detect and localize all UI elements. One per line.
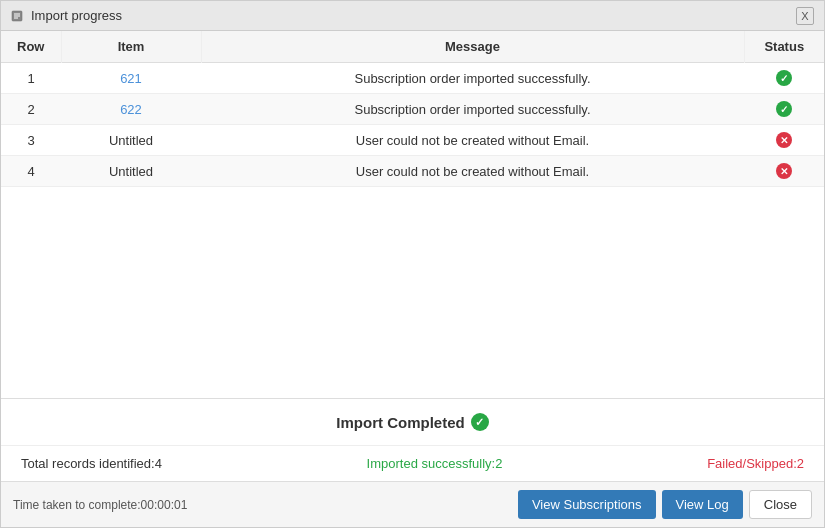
view-subscriptions-button[interactable]: View Subscriptions (518, 490, 656, 519)
cell-message-0: Subscription order imported successfully… (201, 63, 744, 94)
table-area: Row Item Message Status 1621Subscription… (1, 31, 824, 398)
footer-area: Import Completed ✓ Total records identif… (1, 398, 824, 527)
cell-message-3: User could not be created without Email. (201, 156, 744, 187)
error-icon: ✕ (776, 163, 792, 179)
success-icon: ✓ (776, 70, 792, 86)
cell-status-2: ✕ (744, 125, 824, 156)
cell-item-2: Untitled (61, 125, 201, 156)
table-row: 1621Subscription order imported successf… (1, 63, 824, 94)
stats-bar: Total records identified:4 Imported succ… (1, 446, 824, 481)
close-x-button[interactable]: X (796, 7, 814, 25)
import-status-text: Import Completed (336, 414, 464, 431)
table-header-row: Row Item Message Status (1, 31, 824, 63)
cell-row-0: 1 (1, 63, 61, 94)
import-table: Row Item Message Status 1621Subscription… (1, 31, 824, 187)
import-progress-dialog: Import progress X Row Item Message Statu… (0, 0, 825, 528)
col-row: Row (1, 31, 61, 63)
cell-row-3: 4 (1, 156, 61, 187)
stat-failed: Failed/Skipped:2 (707, 456, 804, 471)
import-icon (11, 9, 25, 23)
table-row: 2622Subscription order imported successf… (1, 94, 824, 125)
import-status-bar: Import Completed ✓ (1, 399, 824, 446)
cell-row-1: 2 (1, 94, 61, 125)
dialog-title-area: Import progress (11, 8, 122, 23)
table-row: 4UntitledUser could not be created witho… (1, 156, 824, 187)
col-status: Status (744, 31, 824, 63)
error-icon: ✕ (776, 132, 792, 148)
action-bar: Time taken to complete:00:00:01 View Sub… (1, 481, 824, 527)
cell-message-1: Subscription order imported successfully… (201, 94, 744, 125)
view-log-button[interactable]: View Log (662, 490, 743, 519)
cell-status-3: ✕ (744, 156, 824, 187)
import-complete-icon: ✓ (471, 413, 489, 431)
dialog-header: Import progress X (1, 1, 824, 31)
stat-success: Imported successfully:2 (367, 456, 503, 471)
time-taken: Time taken to complete:00:00:01 (13, 498, 187, 512)
stat-total: Total records identified:4 (21, 456, 162, 471)
close-button[interactable]: Close (749, 490, 812, 519)
cell-item-0[interactable]: 621 (61, 63, 201, 94)
cell-status-0: ✓ (744, 63, 824, 94)
dialog-title: Import progress (31, 8, 122, 23)
col-item: Item (61, 31, 201, 63)
table-row: 3UntitledUser could not be created witho… (1, 125, 824, 156)
cell-item-1[interactable]: 622 (61, 94, 201, 125)
success-icon: ✓ (776, 101, 792, 117)
col-message: Message (201, 31, 744, 63)
cell-item-3: Untitled (61, 156, 201, 187)
cell-message-2: User could not be created without Email. (201, 125, 744, 156)
button-group: View Subscriptions View Log Close (518, 490, 812, 519)
cell-row-2: 3 (1, 125, 61, 156)
cell-status-1: ✓ (744, 94, 824, 125)
